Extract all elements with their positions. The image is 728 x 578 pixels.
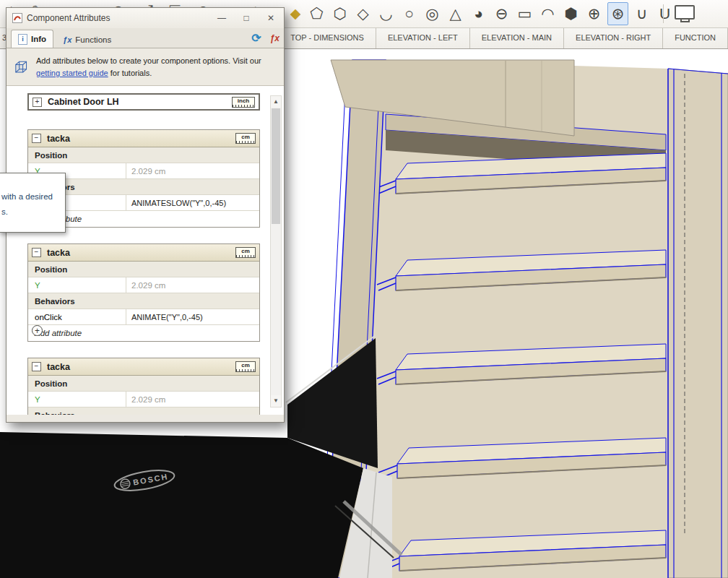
tab-info[interactable]: i Info (11, 30, 53, 48)
ellipsoid-icon[interactable]: ⊖ (492, 3, 511, 25)
position-group-header: Position (28, 262, 259, 277)
expand-icon[interactable]: + (32, 98, 42, 107)
app-icon (12, 13, 22, 23)
octahedron-icon[interactable]: ◇ (353, 3, 373, 25)
tooltip-line: s. (1, 207, 63, 216)
banner-text: Add attributes below to create your comp… (36, 55, 277, 79)
root-component-row[interactable]: + Cabinet Door LH inch (27, 93, 260, 111)
collapse-icon[interactable]: − (32, 362, 41, 371)
geodesic-sphere-icon[interactable]: ⬢ (561, 3, 581, 25)
minimize-button[interactable]: — (212, 10, 232, 26)
tab-info-label: Info (31, 35, 46, 43)
toggle-formula-icon[interactable]: ƒx (270, 33, 280, 43)
teardrop-icon[interactable]: ◕ (469, 3, 488, 25)
scrollbar-thumb[interactable] (272, 108, 280, 224)
dialog-scrollbar[interactable]: ▲ ▼ (270, 95, 282, 407)
attribute-key-y: Y (28, 277, 126, 293)
unit-badge-inch[interactable]: inch (232, 97, 255, 108)
dialog-title: Component Attributes (27, 13, 207, 23)
scene-tab-elevation-right[interactable]: ELEVATION - RIGHT (564, 28, 663, 48)
section-header[interactable]: − tacka cm (28, 358, 259, 376)
getting-started-link[interactable]: getting started guide (36, 69, 108, 77)
cone-icon[interactable]: △ (446, 3, 465, 25)
info-banner: Add attributes below to create your comp… (6, 48, 284, 86)
dome-icon[interactable]: ◠ (538, 3, 558, 25)
unit-badge-cm[interactable]: cm (235, 133, 256, 144)
torus-icon[interactable]: ◎ (422, 3, 442, 25)
pipe-icon[interactable]: ∪ (632, 3, 651, 25)
bucket-icon[interactable]: ◡ (376, 3, 396, 25)
attribute-value-onclick[interactable]: ANIMATE("Y",0,-45) (126, 313, 259, 322)
attribute-list: + Cabinet Door LH inch − tacka cm Positi… (6, 86, 284, 415)
add-attribute-row[interactable]: Add attribute (28, 325, 259, 341)
scene-tab-elevation-main[interactable]: ELEVATION - MAIN (470, 28, 564, 48)
attribute-key-y: Y (28, 392, 126, 407)
collapse-icon[interactable]: − (32, 248, 41, 257)
refresh-icon[interactable]: ⟳ (251, 31, 261, 45)
scene-tab-function[interactable]: FUNCTION (663, 28, 728, 48)
dynamic-component-cube-icon (14, 56, 29, 78)
attribute-row-y: Y 2.029 cm (28, 392, 259, 407)
maximize-button[interactable]: □ (236, 10, 256, 26)
attribute-row-onclick: onClick ANIMATE("Y",0,-45) (28, 309, 259, 325)
scroll-up-icon[interactable]: ▲ (271, 96, 281, 108)
close-button[interactable]: ✕ (261, 10, 281, 26)
capsule-icon[interactable]: ▭ (515, 3, 534, 25)
attribute-value-y[interactable]: 2.029 cm (126, 167, 259, 176)
behaviors-group-header: Behaviors (28, 407, 259, 415)
pentagon-prism-icon[interactable]: ⬠ (307, 3, 326, 25)
subcomponent-name: tacka (47, 134, 230, 144)
help-tooltip: with a desired s. (0, 173, 66, 233)
subcomponent-section: − tacka cm Position Y 2.029 cm Behaviors (27, 358, 260, 415)
unit-badge-cm[interactable]: cm (235, 361, 256, 372)
position-group-header: Position (28, 376, 259, 392)
subcomponent-name: tacka (47, 362, 230, 372)
tab-functions[interactable]: ƒx Functions (56, 31, 118, 48)
subcomponent-name: tacka (47, 248, 230, 258)
wire-globe-icon[interactable]: ⊕ (584, 3, 604, 25)
tab-functions-label: Functions (75, 35, 111, 44)
info-icon: i (18, 34, 27, 45)
unit-badge-cm[interactable]: cm (235, 247, 256, 258)
behaviors-group-header: Behaviors (28, 293, 259, 309)
toolbar-divider (663, 4, 664, 23)
monitor-icon[interactable] (675, 5, 695, 20)
attribute-row-y: Y 2.029 cm (28, 277, 259, 293)
position-group-header: Position (28, 147, 259, 163)
functions-icon: ƒx (63, 35, 72, 44)
scroll-down-icon[interactable]: ▼ (271, 395, 281, 407)
section-header[interactable]: − tacka cm (28, 244, 259, 262)
add-attribute-circle-icon[interactable]: + (32, 325, 43, 336)
attribute-key-onclick: onClick (28, 309, 126, 324)
hexagon-prism-icon[interactable]: ⬡ (330, 3, 350, 25)
tooltip-line: with a desired (1, 192, 63, 201)
attribute-value-y[interactable]: 2.029 cm (126, 395, 259, 404)
section-header[interactable]: − tacka cm (28, 130, 259, 147)
shape-toolbar: ◆ ⬠⬡◇◡○◎△◕⊖▭◠⬢⊕⊛∪U (287, 0, 675, 27)
scene-tab-top-dimensions[interactable]: TOP - DIMENSIONS (279, 28, 376, 48)
attribute-value-onclick[interactable]: ANIMATESLOW("Y",0,-45) (126, 199, 259, 207)
dialog-tabstrip: i Info ƒx Functions ⟳ ƒx (6, 28, 284, 48)
scene-tab-elevation-left[interactable]: ELEVATION - LEFT (376, 28, 470, 48)
paint-bucket-icon[interactable]: ◆ (287, 3, 303, 25)
attribute-value-y[interactable]: 2.029 cm (126, 281, 259, 290)
component-name: Cabinet Door LH (48, 97, 226, 107)
subcomponent-section: − tacka cm Position Y 2.029 cm Behaviors… (27, 243, 260, 342)
collapse-icon[interactable]: − (32, 134, 41, 143)
mesh-sphere-icon[interactable]: ⊛ (607, 2, 628, 25)
sphere-icon[interactable]: ○ (399, 3, 419, 25)
dialog-titlebar[interactable]: Component Attributes — □ ✕ (6, 8, 284, 28)
